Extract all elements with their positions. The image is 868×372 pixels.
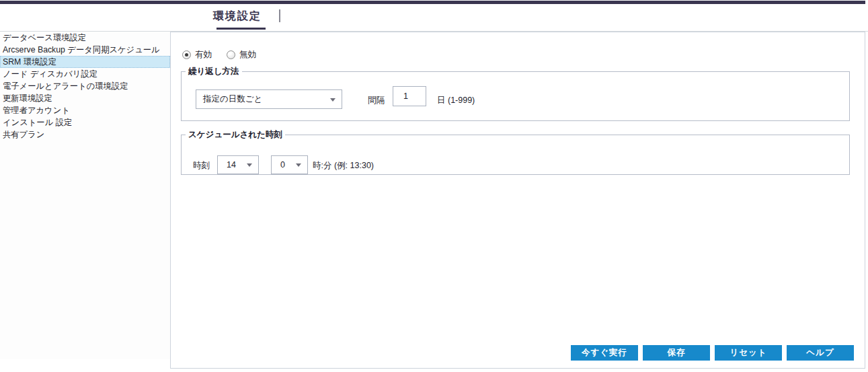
repeat-method-dropdown[interactable]: 指定の日数ごと [196,89,342,109]
sidebar-item-email-alert-settings[interactable]: 電子メールとアラートの環境設定 [0,80,170,92]
sidebar-item-node-discovery-settings[interactable]: ノード ディスカバリ設定 [0,68,170,80]
tab-environment-settings[interactable]: 環境設定 [213,9,262,24]
repeat-method-legend: 繰り返し方法 [186,66,242,77]
run-now-button[interactable]: 今すぐ実行 [571,345,638,361]
repeat-method-value: 指定の日数ごと [196,94,262,105]
reset-button[interactable]: リセット [715,345,782,361]
action-button-row: 今すぐ実行 保存 リセット ヘルプ [571,345,854,361]
radio-disabled-label: 無効 [239,49,256,61]
hour-value: 14 [218,160,236,170]
interval-label: 間隔 [368,95,385,106]
minute-value: 0 [272,160,285,170]
sidebar-item-arcserve-backup-sync-schedule[interactable]: Arcserve Backup データ同期スケジュール [0,44,170,56]
top-accent-bar [0,1,865,4]
sidebar-item-database-settings[interactable]: データベース環境設定 [0,32,170,44]
scheduled-time-group: スケジュールされた時刻 時刻 14 0 時:分 (例: 13:30) [181,129,850,175]
time-format-hint: 時:分 (例: 13:30) [313,160,374,172]
chevron-down-icon [330,98,336,102]
radio-option-disabled[interactable]: 無効 [227,49,256,61]
radio-enabled-label: 有効 [195,49,212,61]
hour-dropdown[interactable]: 14 [217,155,259,174]
radio-selected-icon [182,50,191,59]
sidebar-item-shared-plan[interactable]: 共有プラン [0,128,170,141]
chevron-down-icon [247,163,252,167]
sidebar-item-install-settings[interactable]: インストール 設定 [0,116,170,128]
interval-unit-label: 日 (1-999) [437,95,475,106]
tab-active-underline [216,28,266,30]
time-label: 時刻 [193,160,210,172]
srm-settings-panel: 有効 無効 繰り返し方法 指定の日数ごと 間隔 日 (1-999) スケジュール… [170,32,865,369]
radio-option-enabled[interactable]: 有効 [182,49,212,61]
settings-sidebar: データベース環境設定 Arcserve Backup データ同期スケジュール S… [0,32,170,359]
help-button[interactable]: ヘルプ [787,345,854,361]
enable-radio-group: 有効 無効 [182,49,256,61]
save-button[interactable]: 保存 [643,345,710,361]
tab-separator [279,9,280,22]
radio-unselected-icon [227,50,235,59]
sidebar-item-admin-account[interactable]: 管理者アカウント [0,104,170,116]
minute-dropdown[interactable]: 0 [271,155,308,174]
chevron-down-icon [296,163,301,167]
sidebar-item-srm-settings[interactable]: SRM 環境設定 [0,56,170,68]
interval-input[interactable] [393,86,426,106]
repeat-method-group: 繰り返し方法 指定の日数ごと 間隔 日 (1-999) [181,66,850,121]
scheduled-time-legend: スケジュールされた時刻 [186,129,285,141]
sidebar-item-update-settings[interactable]: 更新環境設定 [0,92,170,104]
